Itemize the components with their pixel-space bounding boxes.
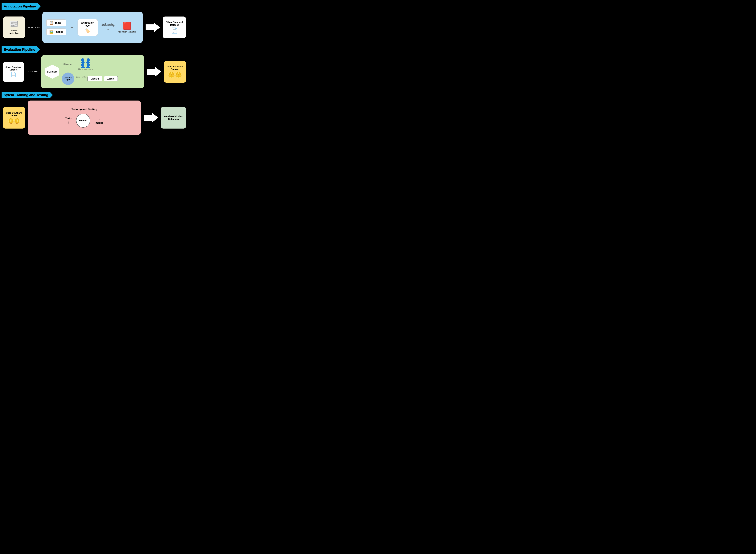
texts-images-col: 📋 Texts 🖼️ Images xyxy=(46,19,66,35)
evaluation-pipeline-header: Evaluation Pipeline xyxy=(2,46,187,53)
annotation-pipeline-section: Annotation Pipeline 📰 News articles For … xyxy=(2,3,187,43)
arrow-going-back: ← xyxy=(76,78,79,81)
texts-box: 📋 Texts xyxy=(46,19,66,26)
annotation-blue-panel: 📋 Texts 🖼️ Images → Annotation layer 🏷️ … xyxy=(42,12,143,43)
annotation-layer-box: Annotation layer 🏷️ xyxy=(77,19,98,36)
annotation-calc-box: 🟥 Annotation calculation xyxy=(118,22,136,33)
training-panel-title: Training and Testing xyxy=(71,108,97,111)
images-model-col: ↓ Images xyxy=(95,117,103,124)
going-back-label: Going back to xyxy=(76,76,86,78)
match-annotation-label: Match annotation with text and image xyxy=(101,23,115,26)
news-icon: 📰 xyxy=(10,20,18,28)
llm-judgement-row: LLM judgement → 👤👤👤👤 Humans reviewers xyxy=(62,58,140,70)
humans-reviewers-box: 👤👤👤👤 Humans reviewers xyxy=(78,58,93,70)
evaluation-pipeline-title: Evaluation Pipeline xyxy=(2,46,40,53)
images-icon: 🖼️ xyxy=(49,30,54,34)
annotation-pipeline-row: 📰 News articles For each article 📋 Texts… xyxy=(2,12,187,43)
images-box: 🖼️ Images xyxy=(46,29,66,35)
big-arrow-3 xyxy=(144,113,158,122)
model-circle: Models xyxy=(76,114,90,128)
silver-dataset-label: Silver Standard Dataset xyxy=(166,21,183,26)
silver-dataset-icon: 📄 xyxy=(171,27,178,34)
annotation-layer-circle: Annotation layer xyxy=(62,72,74,85)
discard-box: Discard xyxy=(88,76,102,81)
silver-standard-dataset-output: Silver Standard Dataset 📄 xyxy=(163,16,186,38)
training-pipeline-header: Sytem Training and Testing xyxy=(2,92,187,98)
silver-input-label: Silver Standard Dataset xyxy=(5,66,21,71)
multimodal-bias-detection-box: Multi Modal Bias Detection xyxy=(161,107,186,128)
accept-label: Accept xyxy=(107,77,115,80)
training-pipeline-row: Gold Standard Dataset 🪙🪙 Training and Te… xyxy=(2,101,187,135)
texts-up-arrow: ↑ xyxy=(67,120,69,124)
discard-accept-row: Annotation layer Going back to ← Discard xyxy=(62,72,140,85)
gold-input-label: Gold Standard Dataset xyxy=(6,111,22,117)
gold-coins-icon: 🪙🪙 xyxy=(168,72,182,78)
models-label: Models xyxy=(79,119,87,122)
big-arrow-1 xyxy=(146,23,160,32)
gold-dataset-output-label: Gold Standard Dataset xyxy=(167,65,183,70)
calc-icon: 🟥 xyxy=(123,22,131,30)
arrow-to-annotation: → xyxy=(70,25,74,30)
texts-icon: 📋 xyxy=(49,21,54,25)
for-each-article-label-1: For each article xyxy=(28,26,40,28)
annotation-calculation-label: Annotation calculation xyxy=(118,31,136,33)
accept-box: Accept xyxy=(104,76,118,81)
gold-standard-dataset-input: Gold Standard Dataset 🪙🪙 xyxy=(3,107,25,128)
annotation-layer-small-label: Annotation layer xyxy=(63,77,72,80)
news-articles-box: 📰 News articles xyxy=(3,16,25,38)
llm-jury-label: LLMs jury xyxy=(47,70,57,73)
going-back-section: Going back to ← xyxy=(76,76,86,81)
gold-input-icon: 🪙🪙 xyxy=(8,118,20,124)
silver-standard-dataset-input: Silver Standard Dataset 📄 xyxy=(3,62,24,82)
silver-input-icon: 📄 xyxy=(11,72,16,77)
evaluation-green-panel: LLMs jury LLM judgement → 👤👤👤👤 Humans re… xyxy=(41,55,144,89)
evaluation-pipeline-row: Silver Standard Dataset 📄 For each artic… xyxy=(2,55,187,89)
gold-standard-dataset-output: Gold Standard Dataset 🪙🪙 xyxy=(164,61,186,82)
annotation-pipeline-title: Annotation Pipeline xyxy=(2,3,41,10)
llm-jury-hexagon: LLMs jury xyxy=(45,65,59,79)
discard-label: Discard xyxy=(91,77,99,80)
llm-jury-box: LLMs jury xyxy=(45,65,59,79)
humans-reviewers-label: Humans reviewers xyxy=(78,68,93,70)
news-articles-label: News articles xyxy=(9,29,19,35)
evaluation-pipeline-section: Evaluation Pipeline Silver Standard Data… xyxy=(2,46,187,89)
arrow-to-calc: → xyxy=(106,27,110,32)
training-pipeline-section: Sytem Training and Testing Gold Standard… xyxy=(2,92,187,135)
for-each-article-label-2: For each article xyxy=(26,71,39,73)
annotation-layer-small: Annotation layer xyxy=(62,72,74,85)
images-label: Images xyxy=(55,31,63,33)
match-section: Match annotation with text and image → xyxy=(101,23,115,32)
annotation-layer-label: Annotation layer xyxy=(81,21,94,27)
texts-label: Texts xyxy=(55,21,61,24)
images-down-arrow: ↓ xyxy=(98,117,100,121)
eval-content: LLMs jury LLM judgement → 👤👤👤👤 Humans re… xyxy=(45,58,140,85)
llm-judgement-label: LLM judgement xyxy=(62,63,72,65)
annotation-pipeline-header: Annotation Pipeline xyxy=(2,3,187,10)
big-arrow-2 xyxy=(147,67,161,76)
images-model-label: Images xyxy=(95,121,103,124)
discard-accept-boxes: Discard Accept xyxy=(88,76,118,81)
arrow-to-humans: → xyxy=(74,63,77,66)
humans-icons: 👤👤👤👤 xyxy=(80,58,91,68)
tag-icon: 🏷️ xyxy=(85,28,90,34)
texts-model-label: Texts xyxy=(65,117,72,120)
model-diagram: Texts ↑ Models ↓ Images xyxy=(65,114,104,128)
training-pipeline-title: Sytem Training and Testing xyxy=(2,92,53,98)
eval-middle-flow: LLM judgement → 👤👤👤👤 Humans reviewers An… xyxy=(62,58,140,85)
training-pink-panel: Training and Testing Texts ↑ Models ↓ Im… xyxy=(28,101,141,135)
texts-model-col: Texts ↑ xyxy=(65,117,72,124)
multimodal-output-label: Multi Modal Bias Detection xyxy=(164,115,182,120)
